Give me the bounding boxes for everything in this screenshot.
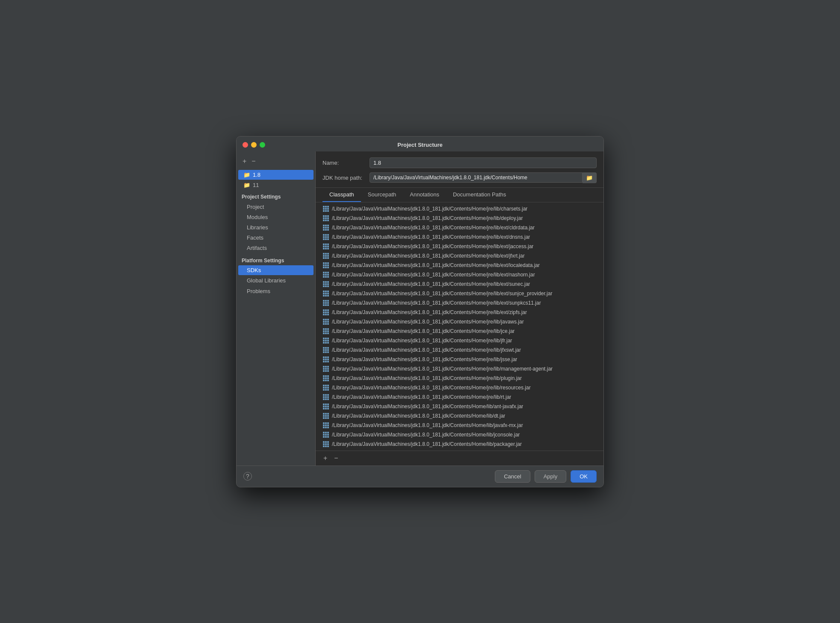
classpath-path-text: /Library/Java/JavaVirtualMachines/jdk1.8… [332, 422, 523, 428]
jdk-path-input[interactable] [370, 172, 583, 183]
classpath-item[interactable]: /Library/Java/JavaVirtualMachines/jdk1.8… [316, 317, 603, 326]
list-toolbar: + − [316, 451, 603, 466]
sidebar-item-artifacts[interactable]: Artifacts [238, 243, 314, 253]
classpath-list[interactable]: /Library/Java/JavaVirtualMachines/jdk1.8… [316, 202, 603, 451]
sidebar-sdk-item[interactable]: 📁11 [238, 180, 314, 190]
classpath-path-text: /Library/Java/JavaVirtualMachines/jdk1.8… [332, 328, 515, 334]
jar-icon [322, 412, 329, 419]
remove-classpath-button[interactable]: − [331, 454, 340, 463]
browse-button[interactable]: 📁 [583, 172, 597, 183]
classpath-path-text: /Library/Java/JavaVirtualMachines/jdk1.8… [332, 366, 553, 372]
jar-icon [322, 356, 329, 363]
ok-button[interactable]: OK [571, 470, 597, 483]
classpath-path-text: /Library/Java/JavaVirtualMachines/jdk1.8… [332, 234, 530, 240]
classpath-item[interactable]: /Library/Java/JavaVirtualMachines/jdk1.8… [316, 411, 603, 421]
classpath-item[interactable]: /Library/Java/JavaVirtualMachines/jdk1.8… [316, 298, 603, 308]
sdk-list: 📁1.8📁11 [237, 169, 315, 190]
classpath-item[interactable]: /Library/Java/JavaVirtualMachines/jdk1.8… [316, 374, 603, 383]
project-structure-dialog: Project Structure + − 📁1.8📁11 Project Se… [236, 136, 604, 487]
tab-sourcepath[interactable]: Sourcepath [361, 188, 403, 202]
sidebar-item-project[interactable]: Project [238, 202, 314, 212]
classpath-item[interactable]: /Library/Java/JavaVirtualMachines/jdk1.8… [316, 439, 603, 449]
classpath-path-text: /Library/Java/JavaVirtualMachines/jdk1.8… [332, 281, 530, 287]
classpath-item[interactable]: /Library/Java/JavaVirtualMachines/jdk1.8… [316, 214, 603, 223]
name-input[interactable] [370, 157, 597, 168]
jar-icon [322, 375, 329, 382]
classpath-item[interactable]: /Library/Java/JavaVirtualMachines/jdk1.8… [316, 223, 603, 232]
jar-icon [322, 243, 329, 250]
jar-icon [322, 215, 329, 222]
jar-icon [322, 205, 329, 212]
classpath-path-text: /Library/Java/JavaVirtualMachines/jdk1.8… [332, 215, 523, 221]
sidebar-item-global-libraries[interactable]: Global Libraries [238, 276, 314, 285]
minimize-button[interactable] [251, 142, 257, 148]
add-classpath-button[interactable]: + [321, 454, 330, 463]
platform-settings-list: SDKsGlobal Libraries [237, 265, 315, 286]
jar-icon [322, 394, 329, 400]
classpath-item[interactable]: /Library/Java/JavaVirtualMachines/jdk1.8… [316, 402, 603, 411]
classpath-path-text: /Library/Java/JavaVirtualMachines/jdk1.8… [332, 262, 540, 268]
classpath-path-text: /Library/Java/JavaVirtualMachines/jdk1.8… [332, 300, 541, 306]
sidebar-item-problems[interactable]: Problems [238, 286, 314, 296]
jar-icon [322, 300, 329, 306]
jar-icon [322, 422, 329, 429]
sdk-item-label: 11 [253, 182, 259, 188]
classpath-item[interactable]: /Library/Java/JavaVirtualMachines/jdk1.8… [316, 430, 603, 439]
platform-settings-header: Platform Settings [237, 253, 315, 265]
jar-icon [322, 281, 329, 288]
jar-icon [322, 318, 329, 325]
jar-icon [322, 365, 329, 372]
jar-icon [322, 290, 329, 297]
sidebar-item-modules[interactable]: Modules [238, 212, 314, 222]
close-button[interactable] [243, 142, 248, 148]
jdk-label: JDK home path: [322, 175, 365, 181]
jar-icon [322, 384, 329, 391]
classpath-path-text: /Library/Java/JavaVirtualMachines/jdk1.8… [332, 432, 520, 438]
help-button[interactable]: ? [243, 472, 252, 481]
dialog-body: + − 📁1.8📁11 Project Settings ProjectModu… [237, 151, 603, 466]
classpath-item[interactable]: /Library/Java/JavaVirtualMachines/jdk1.8… [316, 308, 603, 317]
classpath-path-text: /Library/Java/JavaVirtualMachines/jdk1.8… [332, 394, 511, 400]
classpath-item[interactable]: /Library/Java/JavaVirtualMachines/jdk1.8… [316, 289, 603, 298]
cancel-button[interactable]: Cancel [495, 470, 530, 483]
sidebar-sdk-item[interactable]: 📁1.8 [238, 170, 314, 180]
classpath-item[interactable]: /Library/Java/JavaVirtualMachines/jdk1.8… [316, 345, 603, 355]
classpath-path-text: /Library/Java/JavaVirtualMachines/jdk1.8… [332, 309, 527, 315]
classpath-item[interactable]: /Library/Java/JavaVirtualMachines/jdk1.8… [316, 383, 603, 392]
classpath-item[interactable]: /Library/Java/JavaVirtualMachines/jdk1.8… [316, 261, 603, 270]
title-bar: Project Structure [237, 136, 603, 151]
sdk-header: Name: JDK home path: 📁 [316, 151, 603, 188]
classpath-path-text: /Library/Java/JavaVirtualMachines/jdk1.8… [332, 225, 535, 231]
maximize-button[interactable] [260, 142, 265, 148]
jar-icon [322, 431, 329, 438]
classpath-item[interactable]: /Library/Java/JavaVirtualMachines/jdk1.8… [316, 364, 603, 374]
classpath-path-text: /Library/Java/JavaVirtualMachines/jdk1.8… [332, 375, 522, 381]
tab-documentation-paths[interactable]: Documentation Paths [446, 188, 513, 202]
classpath-item[interactable]: /Library/Java/JavaVirtualMachines/jdk1.8… [316, 242, 603, 251]
classpath-path-text: /Library/Java/JavaVirtualMachines/jdk1.8… [332, 243, 533, 249]
tab-classpath[interactable]: Classpath [322, 188, 361, 202]
jar-icon [322, 252, 329, 259]
sidebar-item-facets[interactable]: Facets [238, 233, 314, 243]
classpath-item[interactable]: /Library/Java/JavaVirtualMachines/jdk1.8… [316, 251, 603, 261]
classpath-item[interactable]: /Library/Java/JavaVirtualMachines/jdk1.8… [316, 336, 603, 345]
apply-button[interactable]: Apply [535, 470, 567, 483]
tab-annotations[interactable]: Annotations [403, 188, 446, 202]
classpath-item[interactable]: /Library/Java/JavaVirtualMachines/jdk1.8… [316, 204, 603, 214]
classpath-item[interactable]: /Library/Java/JavaVirtualMachines/jdk1.8… [316, 279, 603, 289]
jdk-row: JDK home path: 📁 [322, 172, 597, 183]
jar-icon [322, 328, 329, 335]
sidebar-item-sdks[interactable]: SDKs [238, 265, 314, 275]
classpath-item[interactable]: /Library/Java/JavaVirtualMachines/jdk1.8… [316, 421, 603, 430]
classpath-item[interactable]: /Library/Java/JavaVirtualMachines/jdk1.8… [316, 355, 603, 364]
main-content: Name: JDK home path: 📁 ClasspathSourcepa… [316, 151, 603, 466]
classpath-item[interactable]: /Library/Java/JavaVirtualMachines/jdk1.8… [316, 232, 603, 242]
folder-icon: 📁 [243, 172, 250, 178]
classpath-item[interactable]: /Library/Java/JavaVirtualMachines/jdk1.8… [316, 392, 603, 402]
classpath-item[interactable]: /Library/Java/JavaVirtualMachines/jdk1.8… [316, 326, 603, 336]
classpath-item[interactable]: /Library/Java/JavaVirtualMachines/jdk1.8… [316, 270, 603, 279]
add-sdk-button[interactable]: + [241, 157, 248, 166]
project-settings-header: Project Settings [237, 190, 315, 202]
remove-sdk-button[interactable]: − [250, 157, 257, 166]
sidebar-item-libraries[interactable]: Libraries [238, 222, 314, 232]
